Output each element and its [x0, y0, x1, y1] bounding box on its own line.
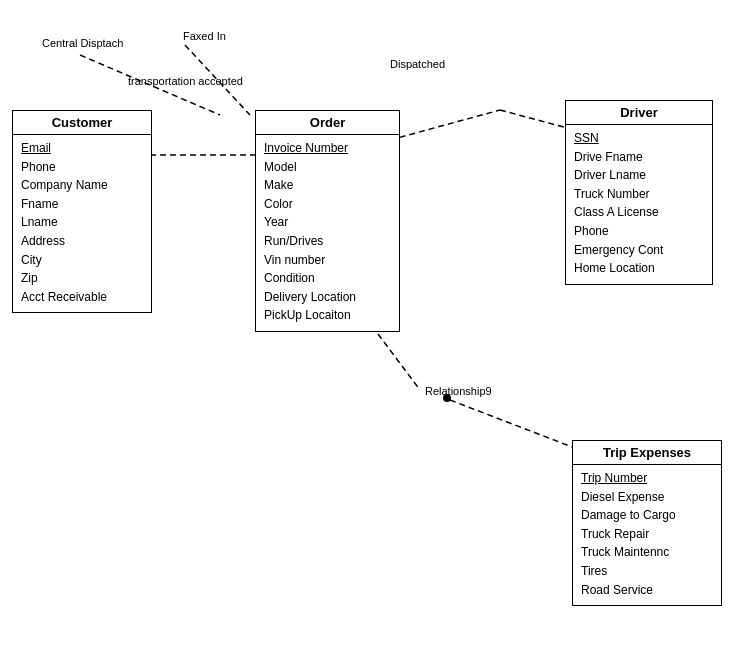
- entity-order: Order Invoice Number Model Make Color Ye…: [255, 110, 400, 332]
- customer-field-city: City: [21, 251, 143, 270]
- order-field-color: Color: [264, 195, 391, 214]
- order-field-delivery: Delivery Location: [264, 288, 391, 307]
- driver-body: SSN Drive Fname Driver Lname Truck Numbe…: [566, 125, 712, 284]
- order-field-rundrives: Run/Drives: [264, 232, 391, 251]
- entity-trip-expenses: Trip Expenses Trip Number Diesel Expense…: [572, 440, 722, 606]
- customer-field-zip: Zip: [21, 269, 143, 288]
- order-field-model: Model: [264, 158, 391, 177]
- driver-field-truck: Truck Number: [574, 185, 704, 204]
- customer-field-company: Company Name: [21, 176, 143, 195]
- svg-line-4: [500, 110, 575, 130]
- customer-header: Customer: [13, 111, 151, 135]
- driver-field-emergency: Emergency Cont: [574, 241, 704, 260]
- driver-field-fname: Drive Fname: [574, 148, 704, 167]
- driver-field-lname: Driver Lname: [574, 166, 704, 185]
- entity-driver: Driver SSN Drive Fname Driver Lname Truc…: [565, 100, 713, 285]
- order-field-invoice: Invoice Number: [264, 139, 391, 158]
- svg-line-6: [450, 400, 580, 450]
- driver-field-license: Class A License: [574, 203, 704, 222]
- driver-field-ssn: SSN: [574, 129, 704, 148]
- label-relationship9: Relationship9: [425, 385, 492, 397]
- trip-expenses-header: Trip Expenses: [573, 441, 721, 465]
- customer-field-phone: Phone: [21, 158, 143, 177]
- customer-field-lname: Lname: [21, 213, 143, 232]
- trip-field-maintennc: Truck Maintennc: [581, 543, 713, 562]
- customer-field-address: Address: [21, 232, 143, 251]
- trip-field-road: Road Service: [581, 581, 713, 600]
- driver-header: Driver: [566, 101, 712, 125]
- customer-field-email: Email: [21, 139, 143, 158]
- trip-field-diesel: Diesel Expense: [581, 488, 713, 507]
- trip-field-tires: Tires: [581, 562, 713, 581]
- trip-field-repair: Truck Repair: [581, 525, 713, 544]
- order-field-vin: Vin number: [264, 251, 391, 270]
- entity-customer: Customer Email Phone Company Name Fname …: [12, 110, 152, 313]
- order-header: Order: [256, 111, 399, 135]
- label-transportation-accepted: transportation accepted: [128, 75, 243, 87]
- label-dispatched: Dispatched: [390, 58, 445, 70]
- order-body: Invoice Number Model Make Color Year Run…: [256, 135, 399, 331]
- relationship9-dot: [443, 394, 451, 402]
- customer-field-acct: Acct Receivable: [21, 288, 143, 307]
- order-field-pickup: PickUp Locaiton: [264, 306, 391, 325]
- trip-field-damage: Damage to Cargo: [581, 506, 713, 525]
- label-faxed-in: Faxed In: [183, 30, 226, 42]
- trip-field-number: Trip Number: [581, 469, 713, 488]
- diagram-container: Central Disptach Faxed In transportation…: [0, 0, 746, 662]
- customer-body: Email Phone Company Name Fname Lname Add…: [13, 135, 151, 312]
- order-field-condition: Condition: [264, 269, 391, 288]
- trip-expenses-body: Trip Number Diesel Expense Damage to Car…: [573, 465, 721, 605]
- driver-field-homeloc: Home Location: [574, 259, 704, 278]
- customer-field-fname: Fname: [21, 195, 143, 214]
- order-field-make: Make: [264, 176, 391, 195]
- label-central-dispatch: Central Disptach: [42, 37, 123, 49]
- driver-field-phone: Phone: [574, 222, 704, 241]
- order-field-year: Year: [264, 213, 391, 232]
- svg-line-3: [390, 110, 500, 140]
